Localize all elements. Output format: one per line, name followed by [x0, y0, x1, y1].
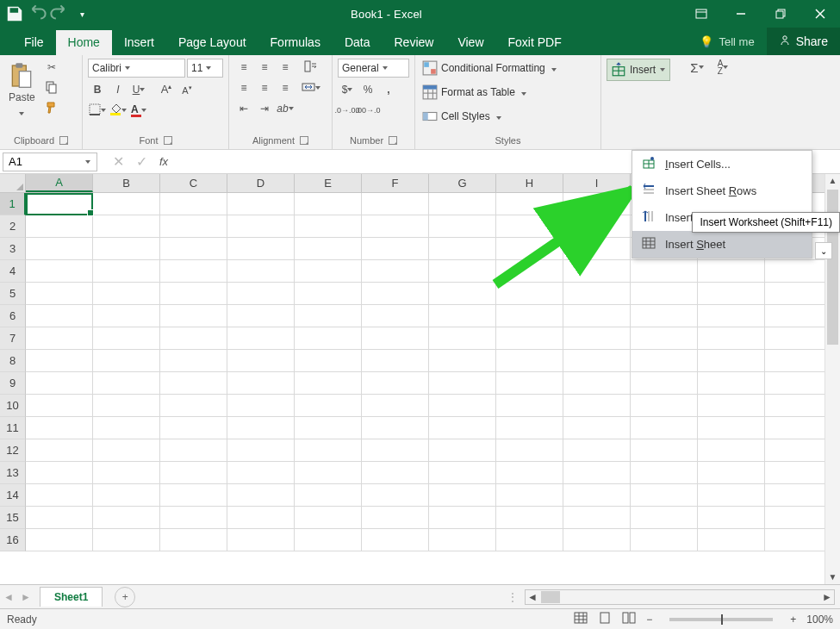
cell-B1[interactable] — [93, 193, 160, 215]
cell-F3[interactable] — [362, 238, 429, 260]
split-handle-icon[interactable]: ⋮ — [507, 591, 518, 603]
cell-H11[interactable] — [496, 417, 563, 439]
cell-C13[interactable] — [160, 462, 227, 484]
column-header-I[interactable]: I — [563, 174, 631, 192]
cell-H12[interactable] — [496, 439, 563, 462]
cell-K9[interactable] — [698, 372, 765, 395]
cancel-formula-icon[interactable]: ✕ — [113, 153, 124, 170]
row-header-1[interactable]: 1 — [0, 193, 26, 215]
font-name-combo[interactable]: Calibri — [88, 59, 185, 78]
row-header-2[interactable]: 2 — [0, 215, 26, 238]
decrease-decimal-button[interactable]: .00→.0 — [358, 102, 377, 119]
cell-D6[interactable] — [227, 305, 295, 327]
align-center-button[interactable]: ≡ — [255, 79, 274, 97]
cell-K7[interactable] — [698, 327, 765, 350]
cell-G1[interactable] — [429, 193, 496, 215]
page-layout-view-button[interactable] — [598, 612, 612, 626]
cell-I7[interactable] — [563, 327, 631, 350]
zoom-slider[interactable] — [669, 618, 773, 621]
row-header-5[interactable]: 5 — [0, 283, 26, 305]
cell-I8[interactable] — [563, 350, 631, 372]
cell-H7[interactable] — [496, 327, 563, 350]
cell-A5[interactable] — [26, 283, 93, 305]
cell-A9[interactable] — [26, 372, 93, 395]
zoom-out-button[interactable]: − — [646, 613, 652, 626]
cell-I1[interactable] — [563, 193, 631, 215]
cell-A8[interactable] — [26, 350, 93, 372]
vertical-scrollbar[interactable]: ▲ ▼ — [824, 174, 840, 584]
cell-E11[interactable] — [295, 417, 362, 439]
cell-B3[interactable] — [93, 238, 160, 260]
tab-review[interactable]: Review — [383, 30, 446, 55]
cell-F6[interactable] — [362, 305, 429, 327]
cell-L15[interactable] — [765, 507, 832, 529]
cell-C10[interactable] — [160, 395, 227, 417]
row-header-9[interactable]: 9 — [0, 372, 26, 395]
column-header-C[interactable]: C — [160, 174, 227, 192]
ribbon-display-options-icon[interactable] — [681, 0, 721, 28]
cell-K12[interactable] — [698, 439, 765, 462]
cell-D8[interactable] — [227, 350, 295, 372]
cell-D14[interactable] — [227, 484, 295, 507]
save-icon[interactable] — [5, 4, 24, 23]
cell-I3[interactable] — [563, 238, 631, 260]
insert-function-button[interactable]: fx — [159, 155, 168, 168]
row-header-7[interactable]: 7 — [0, 327, 26, 350]
cell-F8[interactable] — [362, 350, 429, 372]
cell-I11[interactable] — [563, 417, 631, 439]
menu-pin-chevron[interactable]: ⌄ — [815, 242, 832, 259]
percent-format-button[interactable]: % — [358, 81, 377, 98]
cell-K5[interactable] — [698, 283, 765, 305]
cell-A3[interactable] — [26, 238, 93, 260]
cell-K11[interactable] — [698, 417, 765, 439]
cell-G14[interactable] — [429, 484, 496, 507]
cell-G9[interactable] — [429, 372, 496, 395]
cell-H13[interactable] — [496, 462, 563, 484]
zoom-in-button[interactable]: + — [790, 613, 796, 626]
clipboard-dialog-launcher[interactable] — [59, 136, 68, 145]
cell-C5[interactable] — [160, 283, 227, 305]
cell-I16[interactable] — [563, 529, 631, 551]
fill-color-button[interactable] — [109, 102, 128, 119]
row-header-12[interactable]: 12 — [0, 439, 26, 462]
cell-G8[interactable] — [429, 350, 496, 372]
qat-customize-icon[interactable]: ▾ — [72, 4, 91, 23]
minimize-button[interactable] — [721, 0, 761, 28]
conditional-formatting-button[interactable]: Conditional Formatting — [420, 59, 558, 78]
cell-B16[interactable] — [93, 529, 160, 551]
cell-G5[interactable] — [429, 283, 496, 305]
enter-formula-icon[interactable]: ✓ — [136, 153, 147, 170]
column-header-F[interactable]: F — [362, 174, 429, 192]
close-button[interactable] — [800, 0, 840, 28]
cell-B12[interactable] — [93, 439, 160, 462]
cell-E6[interactable] — [295, 305, 362, 327]
row-header-4[interactable]: 4 — [0, 260, 26, 283]
cell-D9[interactable] — [227, 372, 295, 395]
normal-view-button[interactable] — [574, 612, 588, 626]
horizontal-scrollbar[interactable]: ◄ ► — [525, 589, 835, 605]
cell-A4[interactable] — [26, 260, 93, 283]
tab-foxit-pdf[interactable]: Foxit PDF — [496, 30, 574, 55]
cell-B5[interactable] — [93, 283, 160, 305]
cell-I12[interactable] — [563, 439, 631, 462]
cell-E1[interactable] — [295, 193, 362, 215]
cell-F5[interactable] — [362, 283, 429, 305]
cell-D4[interactable] — [227, 260, 295, 283]
name-box[interactable]: A1 — [3, 153, 97, 171]
cell-L13[interactable] — [765, 462, 832, 484]
row-header-6[interactable]: 6 — [0, 305, 26, 327]
format-painter-button[interactable] — [42, 100, 61, 117]
cell-H4[interactable] — [496, 260, 563, 283]
cell-C6[interactable] — [160, 305, 227, 327]
cell-F11[interactable] — [362, 417, 429, 439]
cell-I9[interactable] — [563, 372, 631, 395]
row-header-16[interactable]: 16 — [0, 529, 26, 551]
cell-L5[interactable] — [765, 283, 832, 305]
cell-K13[interactable] — [698, 462, 765, 484]
sheet-tab-sheet1[interactable]: Sheet1 — [40, 587, 103, 607]
cell-C16[interactable] — [160, 529, 227, 551]
cell-I14[interactable] — [563, 484, 631, 507]
cell-C1[interactable] — [160, 193, 227, 215]
row-header-10[interactable]: 10 — [0, 395, 26, 417]
cell-E4[interactable] — [295, 260, 362, 283]
